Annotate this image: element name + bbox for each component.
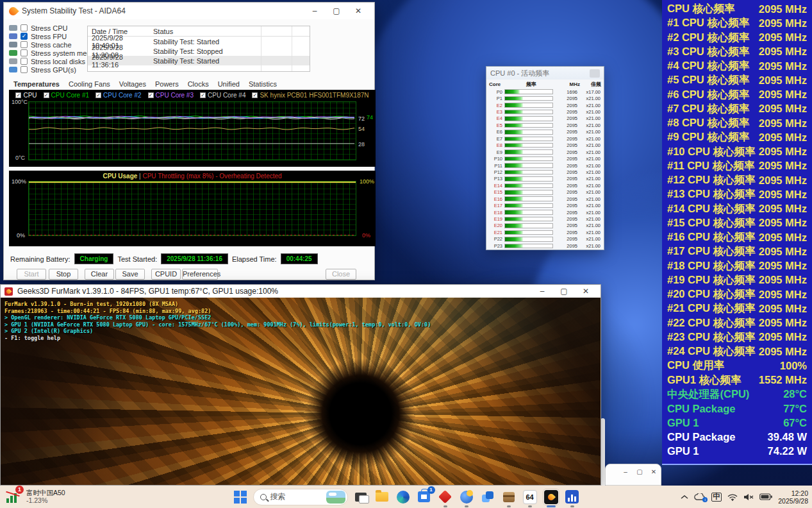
sensor-value: 2095 MHz [759,203,807,215]
taskbar-app-blue-sphere-app[interactable] [458,489,475,505]
stress-option[interactable]: Stress local disks [9,57,97,65]
tab-temperatures[interactable]: Temperatures [9,79,64,89]
minimize-icon[interactable]: – [304,3,326,19]
legend-item[interactable]: ✓SK hynix PCB01 HFS001TFM9X187N [252,92,369,99]
cpu-window-titlebar[interactable]: CPU #0 - 活动频率 [486,67,604,80]
close-icon[interactable]: ✕ [347,3,369,19]
core-mhz: 2095 [553,169,577,175]
core-frequency-bar [504,110,553,115]
tray-chevron-up-icon[interactable] [681,495,688,500]
background-window-edge [601,418,605,486]
core-multiplier: x21.00 [577,163,601,169]
ime-indicator[interactable]: 中 [711,493,722,502]
onedrive-status-dot: i [702,497,708,502]
widgets-button[interactable]: 1 富时中国A50 -1.23% [5,487,65,505]
checkbox[interactable]: ✓ [200,92,206,98]
taskbar-app-furmark[interactable] [543,489,559,505]
checkbox[interactable] [21,49,28,56]
furmark-titlebar[interactable]: Geeks3D FurMark v1.39.1.0 - 84FPS, GPU1 … [1,285,601,298]
partial-window[interactable]: – ▢ ✕ [605,464,661,486]
sensor-row: #10 CPU 核心频率2095 MHz [667,145,807,159]
taskbar-app-task-view[interactable] [352,489,369,505]
furmark-flame-icon [544,490,558,504]
temp-lines [29,102,356,160]
tab-powers[interactable]: Powers [151,79,183,89]
stress-option[interactable]: Stress system memo [9,49,97,57]
core-mhz: 2095 [553,96,577,101]
tab-cooling-fans[interactable]: Cooling Fans [64,79,115,89]
core-frequency-bar [504,183,553,189]
checkbox[interactable] [21,66,28,73]
legend-item[interactable]: ✓CPU Core #2 [95,92,141,99]
stop-button[interactable]: Stop [49,269,78,280]
maximize-icon[interactable]: ▢ [553,285,575,297]
tray-date: 2025/9/28 [778,497,808,505]
onedrive-cloud-icon[interactable]: i [694,493,706,501]
core-frequency-bar [504,244,553,249]
volume-muted-icon[interactable] [743,493,754,501]
legend-item[interactable]: ✓CPU Core #1 [44,92,89,99]
core-row: P232095x21.00 [486,242,604,249]
taskbar-app-microsoft-store[interactable]: 1 [416,489,433,505]
taskbar-app-edge[interactable] [395,489,411,505]
checkbox[interactable]: ✓ [95,92,101,98]
core-mhz: 1696 [553,89,577,95]
sensor-label: CPU 核心频率 [667,2,734,16]
core-label: E7 [489,136,504,142]
stress-option[interactable]: Stress CPU [9,24,97,32]
checkbox[interactable]: ✓ [44,92,49,98]
tab-clocks[interactable]: Clocks [183,79,213,89]
battery-charging-icon[interactable] [759,493,772,500]
maximize-icon[interactable]: ▢ [635,467,644,476]
stress-option[interactable]: ✓Stress FPU [9,32,97,40]
tab-unified[interactable]: Unified [213,79,244,89]
checkbox[interactable]: ✓ [148,92,154,98]
log-row[interactable]: 2025/9/28 11:36:16Stability Test: Starte… [88,56,310,65]
taskbar-app-monitor-app[interactable] [564,489,581,505]
close-icon[interactable] [590,69,600,78]
wifi-icon[interactable] [727,493,738,501]
taskbar-app-aida64[interactable]: 64 [522,489,538,505]
minimize-icon[interactable]: – [531,285,553,297]
core-multiplier: x21.00 [577,149,601,155]
taskbar-app-file-explorer[interactable] [374,489,390,505]
clear-button[interactable]: Clear [85,269,114,280]
checkbox[interactable] [21,41,28,48]
log-col-status[interactable]: Status [151,28,310,35]
legend-item[interactable]: ✓CPU Core #4 [200,92,245,99]
core-frequency-bar [504,176,553,182]
sensor-value: 28°C [783,388,807,400]
core-mhz: 2095 [553,216,577,222]
checkbox[interactable] [21,58,28,65]
taskbar-app-package-app[interactable] [501,489,517,505]
checkbox[interactable]: ✓ [15,92,21,98]
tab-voltages[interactable]: Voltages [115,79,151,89]
legend-item[interactable]: ✓CPU [15,92,37,99]
checkbox[interactable]: ✓ [252,92,258,98]
save-button[interactable]: Save [115,269,145,280]
cpuid-button[interactable]: CPUID [151,269,181,280]
checkbox[interactable] [21,24,28,31]
core-mhz: 2095 [553,136,577,142]
core-mhz: 2095 [553,142,577,148]
checkbox[interactable]: ✓ [21,33,28,40]
maximize-icon[interactable]: ▢ [326,3,347,19]
close-icon[interactable]: ✕ [575,285,597,297]
taskbar-app-blue-app[interactable] [479,489,496,505]
close-icon[interactable]: ✕ [649,467,658,476]
stability-log: Date / Time Status 2025/9/28 10:49:01Sta… [87,26,310,72]
taskbar-app-red-diamond-app[interactable] [437,489,454,505]
preferences-button[interactable]: Preferences [182,269,218,280]
core-frequency-bar [504,116,553,121]
aida64-titlebar[interactable]: System Stability Test - AIDA64 – ▢ ✕ [4,3,374,19]
tab-statistics[interactable]: Statistics [244,79,281,89]
minimize-icon[interactable]: – [621,467,630,476]
legend-item[interactable]: ✓CPU Core #3 [148,92,194,99]
clock[interactable]: 12:20 2025/9/28 [778,489,808,505]
core-frequency-bar [504,217,553,222]
search-input[interactable]: 搜索 [253,489,348,505]
taskbar-app-start[interactable] [232,489,249,505]
stress-option[interactable]: Stress GPU(s) [9,65,97,74]
sensor-value: 1552 MHz [759,374,807,386]
stress-option[interactable]: Stress cache [9,40,97,49]
